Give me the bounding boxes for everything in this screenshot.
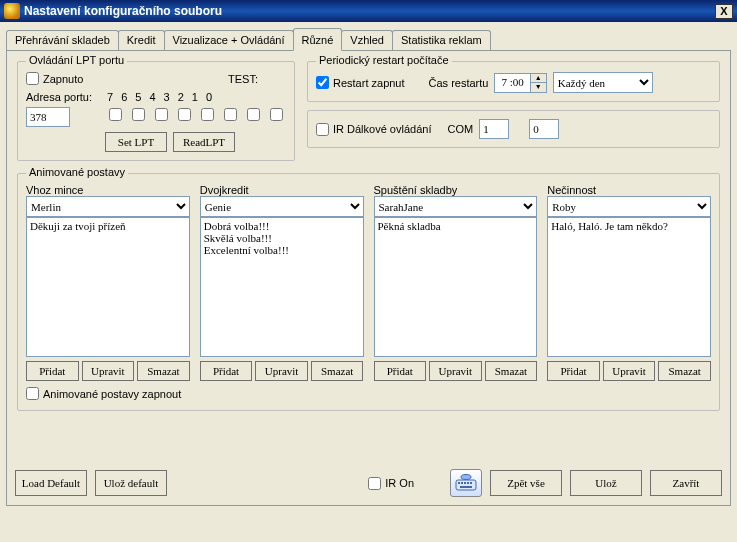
anim-vhoz-select[interactable]: Merlin (26, 196, 190, 217)
ir-com-label: COM (447, 123, 473, 135)
group-lpt: Ovládání LPT portu Zapnuto TEST: Adresa … (17, 61, 295, 161)
svg-rect-1 (458, 482, 460, 484)
close-button[interactable]: X (715, 4, 733, 19)
lpt-zapnuto-label: Zapnuto (43, 73, 83, 85)
read-lpt-button[interactable]: ReadLPT (173, 132, 235, 152)
set-lpt-button[interactable]: Set LPT (105, 132, 167, 152)
lpt-bit-4[interactable] (178, 108, 191, 121)
spinner-up-icon[interactable]: ▲ (530, 74, 546, 83)
anim-enable[interactable]: Animované postavy zapnout (26, 387, 181, 400)
anim-dvoj-del[interactable]: Smazat (311, 361, 364, 381)
ir-on[interactable]: IR On (368, 477, 414, 490)
anim-col-necin: Nečinnost Roby Přidat Upravit Smazat (547, 184, 711, 381)
lpt-zapnuto[interactable]: Zapnuto (26, 72, 83, 85)
anim-necin-select[interactable]: Roby (547, 196, 711, 217)
lpt-bit-6[interactable] (132, 108, 145, 121)
spinner-down-icon[interactable]: ▼ (530, 82, 546, 92)
load-default-button[interactable]: Load Default (15, 470, 87, 496)
window-title: Nastavení konfiguračního souboru (24, 4, 222, 18)
uloz-default-button[interactable]: Ulož default (95, 470, 167, 496)
tab-ruzne[interactable]: Různé (293, 28, 343, 51)
bottom-bar: Load Default Ulož default IR On Zpět vše… (15, 469, 722, 497)
lpt-test-label: TEST: (228, 73, 258, 85)
anim-necin-del[interactable]: Smazat (658, 361, 711, 381)
group-restart: Periodický restart počítače Restart zapn… (307, 61, 720, 102)
anim-vhoz-text[interactable] (26, 217, 190, 357)
tab-vizualizace[interactable]: Vizualizace + Ovládání (164, 30, 294, 50)
anim-dvoj-select[interactable]: Genie (200, 196, 364, 217)
anim-spust-label: Spuštění skladby (374, 184, 538, 196)
anim-dvoj-text[interactable] (200, 217, 364, 357)
anim-dvoj-edit[interactable]: Upravit (255, 361, 308, 381)
lpt-bit-3[interactable] (201, 108, 214, 121)
ir-com-input[interactable] (479, 119, 509, 139)
svg-rect-5 (470, 482, 472, 484)
anim-col-vhoz: Vhoz mince Merlin Přidat Upravit Smazat (26, 184, 190, 381)
anim-necin-text[interactable] (547, 217, 711, 357)
group-animovane-legend: Animované postavy (26, 166, 128, 178)
ir-remote[interactable]: IR Dálkové ovládání (316, 123, 431, 136)
restart-cas-label: Čas restartu (429, 77, 489, 89)
anim-necin-add[interactable]: Přidat (547, 361, 600, 381)
lpt-adresa-label: Adresa portu: (26, 91, 99, 103)
svg-rect-6 (460, 486, 472, 488)
anim-spust-del[interactable]: Smazat (485, 361, 538, 381)
ir-on-checkbox[interactable] (368, 477, 381, 490)
anim-vhoz-edit[interactable]: Upravit (82, 361, 135, 381)
anim-spust-text[interactable] (374, 217, 538, 357)
uloz-button[interactable]: Ulož (570, 470, 642, 496)
zavrit-button[interactable]: Zavřít (650, 470, 722, 496)
anim-dvoj-add[interactable]: Přidat (200, 361, 253, 381)
anim-enable-label: Animované postavy zapnout (43, 388, 181, 400)
svg-rect-2 (461, 482, 463, 484)
app-icon (4, 3, 20, 19)
svg-rect-0 (456, 480, 476, 490)
anim-spust-edit[interactable]: Upravit (429, 361, 482, 381)
tab-vzhled[interactable]: Vzhled (341, 30, 393, 50)
restart-time-value: 7 :00 (495, 74, 529, 92)
anim-necin-label: Nečinnost (547, 184, 711, 196)
keyboard-icon[interactable] (450, 469, 482, 497)
restart-zapnut-checkbox[interactable] (316, 76, 329, 89)
lpt-bit-5[interactable] (155, 108, 168, 121)
anim-spust-select[interactable]: SarahJane (374, 196, 538, 217)
restart-time-spinner[interactable]: 7 :00 ▲ ▼ (494, 73, 546, 93)
anim-dvoj-label: Dvojkredit (200, 184, 364, 196)
lpt-bit-1[interactable] (247, 108, 260, 121)
anim-vhoz-add[interactable]: Přidat (26, 361, 79, 381)
zpet-vse-button[interactable]: Zpět vše (490, 470, 562, 496)
ir-on-label: IR On (385, 477, 414, 489)
group-lpt-legend: Ovládání LPT portu (26, 54, 127, 66)
svg-rect-3 (464, 482, 466, 484)
anim-col-spust: Spuštění skladby SarahJane Přidat Upravi… (374, 184, 538, 381)
tab-kredit[interactable]: Kredit (118, 30, 165, 50)
lpt-bit-2[interactable] (224, 108, 237, 121)
lpt-adresa-input[interactable] (26, 107, 70, 127)
titlebar: Nastavení konfiguračního souboru X (0, 0, 737, 22)
anim-col-dvoj: Dvojkredit Genie Přidat Upravit Smazat (200, 184, 364, 381)
tab-prehravani[interactable]: Přehrávání skladeb (6, 30, 119, 50)
group-animovane: Animované postavy Vhoz mince Merlin Přid… (17, 173, 720, 411)
restart-zapnut[interactable]: Restart zapnut (316, 76, 405, 89)
anim-vhoz-label: Vhoz mince (26, 184, 190, 196)
tabstrip: Přehrávání skladeb Kredit Vizualizace + … (6, 28, 731, 50)
lpt-bit-7[interactable] (109, 108, 122, 121)
svg-rect-4 (467, 482, 469, 484)
restart-freq-select[interactable]: Každý den (553, 72, 653, 93)
ir-extra-input[interactable] (529, 119, 559, 139)
lpt-bit-numbers: 7 6 5 4 3 2 1 0 (107, 91, 286, 103)
anim-necin-edit[interactable]: Upravit (603, 361, 656, 381)
lpt-bit-0[interactable] (270, 108, 283, 121)
tab-statistika[interactable]: Statistika reklam (392, 30, 491, 50)
ir-remote-checkbox[interactable] (316, 123, 329, 136)
ir-remote-label: IR Dálkové ovládání (333, 123, 431, 135)
lpt-zapnuto-checkbox[interactable] (26, 72, 39, 85)
group-ir-remote: IR Dálkové ovládání COM (307, 110, 720, 148)
anim-spust-add[interactable]: Přidat (374, 361, 427, 381)
anim-vhoz-del[interactable]: Smazat (137, 361, 190, 381)
group-restart-legend: Periodický restart počítače (316, 54, 452, 66)
anim-enable-checkbox[interactable] (26, 387, 39, 400)
svg-point-7 (461, 475, 471, 480)
restart-zapnut-label: Restart zapnut (333, 77, 405, 89)
